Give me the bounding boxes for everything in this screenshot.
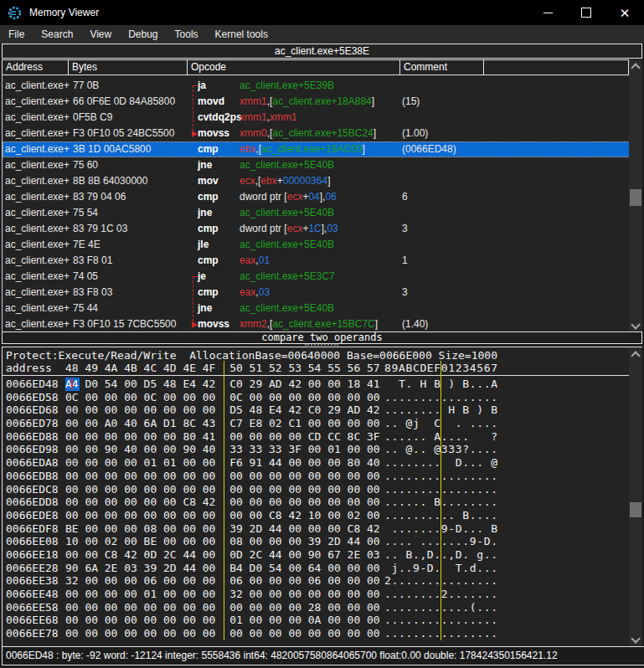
- hex-byte[interactable]: C0: [229, 378, 244, 391]
- hex-byte[interactable]: 00: [203, 403, 217, 417]
- hex-byte[interactable]: 00: [348, 614, 362, 627]
- hex-byte[interactable]: 00: [85, 574, 99, 588]
- hex-byte[interactable]: 00: [203, 456, 217, 470]
- hex-byte[interactable]: 91: [250, 456, 264, 470]
- menu-item-search[interactable]: Search: [33, 25, 81, 44]
- disasm-row[interactable]: ac_client.exe+8B 8B 64030000movecx,[ebx+…: [3, 173, 630, 189]
- disasm-row[interactable]: ac_client.exe+F3 0F10 05 24BC5500movssxm…: [3, 126, 630, 141]
- hex-byte[interactable]: 00: [269, 601, 283, 614]
- hex-byte[interactable]: 00: [203, 535, 217, 548]
- hex-byte[interactable]: 00: [327, 614, 342, 627]
- hex-byte[interactable]: 00: [327, 456, 342, 470]
- hex-byte[interactable]: 90: [308, 548, 322, 562]
- hex-byte[interactable]: AD: [348, 403, 362, 417]
- hex-byte[interactable]: 06: [229, 574, 244, 588]
- hex-byte[interactable]: 48: [163, 378, 178, 391]
- hex-byte[interactable]: 00: [250, 509, 264, 522]
- hex-byte[interactable]: 00: [65, 430, 80, 444]
- hex-byte[interactable]: 00: [105, 470, 119, 483]
- hex-byte[interactable]: 02: [105, 535, 119, 548]
- hex-byte[interactable]: 42: [203, 496, 217, 509]
- hex-byte[interactable]: 90: [65, 562, 80, 575]
- hex-byte[interactable]: 00: [144, 614, 158, 627]
- hex-byte[interactable]: 54: [269, 562, 283, 575]
- hex-byte[interactable]: BE: [144, 535, 158, 548]
- hex-byte[interactable]: D5: [144, 378, 158, 391]
- hex-byte[interactable]: 00: [183, 391, 197, 404]
- hex-byte[interactable]: 00: [163, 601, 178, 614]
- hex-byte[interactable]: 44: [269, 522, 283, 536]
- hex-byte[interactable]: 00: [65, 483, 80, 496]
- hex-byte[interactable]: 00: [250, 601, 264, 614]
- hex-byte[interactable]: 00: [288, 456, 302, 470]
- hex-byte[interactable]: 00: [348, 391, 362, 404]
- hex-byte[interactable]: 00: [269, 470, 283, 483]
- hex-byte[interactable]: 2D: [250, 522, 264, 536]
- hex-byte[interactable]: 00: [203, 548, 217, 562]
- hex-byte[interactable]: 00: [105, 522, 119, 536]
- hex-byte[interactable]: 00: [85, 430, 99, 444]
- hex-byte[interactable]: 80: [348, 456, 362, 470]
- hex-byte[interactable]: 00: [163, 614, 178, 627]
- hex-byte[interactable]: 42: [203, 378, 217, 391]
- hex-byte[interactable]: 00: [203, 470, 217, 483]
- hex-byte[interactable]: 44: [183, 562, 197, 575]
- hex-byte[interactable]: 00: [105, 574, 119, 588]
- hex-byte[interactable]: 00: [308, 391, 322, 404]
- hex-byte[interactable]: 00: [85, 483, 99, 496]
- hex-byte[interactable]: 3F: [367, 430, 381, 444]
- hex-byte[interactable]: 00: [348, 470, 362, 483]
- hex-byte[interactable]: 00: [229, 509, 244, 522]
- hex-byte[interactable]: 0D: [144, 548, 158, 562]
- hex-byte[interactable]: 00: [144, 627, 158, 640]
- scroll-up-icon[interactable]: [631, 63, 640, 72]
- hex-byte[interactable]: 6A: [85, 562, 99, 575]
- close-button[interactable]: ✕: [605, 0, 644, 25]
- hex-byte[interactable]: B4: [229, 562, 244, 575]
- hex-byte[interactable]: 03: [367, 548, 381, 562]
- hex-byte[interactable]: 00: [163, 509, 178, 522]
- hex-byte[interactable]: 00: [65, 470, 80, 483]
- hex-byte[interactable]: 00: [85, 548, 99, 562]
- hex-byte[interactable]: 00: [288, 430, 302, 444]
- hex-byte[interactable]: 00: [144, 470, 158, 483]
- hex-byte[interactable]: 0C: [229, 391, 244, 404]
- hex-byte[interactable]: 00: [367, 483, 381, 496]
- hex-byte[interactable]: 42: [367, 522, 381, 536]
- hex-byte[interactable]: 00: [144, 403, 158, 417]
- hex-byte[interactable]: 01: [163, 456, 178, 470]
- hex-byte[interactable]: 43: [203, 417, 217, 430]
- hex-byte[interactable]: 00: [65, 548, 80, 562]
- hex-byte[interactable]: 18: [348, 378, 362, 391]
- hex-byte[interactable]: C8: [348, 522, 362, 536]
- hex-byte[interactable]: 00: [229, 470, 244, 483]
- hex-byte[interactable]: 00: [183, 403, 197, 417]
- hex-byte[interactable]: 00: [327, 522, 342, 536]
- hex-byte[interactable]: 01: [144, 588, 158, 601]
- hex-byte[interactable]: 00: [105, 601, 119, 614]
- hex-byte[interactable]: 00: [308, 470, 322, 483]
- hex-byte[interactable]: 00: [124, 456, 138, 470]
- hex-byte[interactable]: 00: [250, 535, 264, 548]
- hex-byte[interactable]: 33: [250, 443, 264, 456]
- hex-byte[interactable]: 00: [183, 509, 197, 522]
- hex-byte[interactable]: 00: [124, 522, 138, 536]
- hex-byte[interactable]: 00: [250, 391, 264, 404]
- hex-byte[interactable]: 00: [269, 627, 283, 640]
- hex-byte[interactable]: 00: [288, 470, 302, 483]
- hex-byte[interactable]: 44: [269, 456, 283, 470]
- hex-byte[interactable]: F6: [229, 456, 244, 470]
- hex-byte[interactable]: 00: [203, 627, 217, 640]
- hex-byte[interactable]: 00: [183, 574, 197, 588]
- hex-byte[interactable]: 2E: [105, 562, 119, 575]
- hex-byte[interactable]: 00: [65, 614, 80, 627]
- hex-byte[interactable]: 00: [163, 588, 178, 601]
- hex-byte[interactable]: 2E: [348, 548, 362, 562]
- hex-byte[interactable]: 33: [229, 443, 244, 456]
- hex-byte[interactable]: 39: [144, 562, 158, 575]
- column-header-comment[interactable]: Comment: [399, 59, 483, 75]
- menu-item-debug[interactable]: Debug: [120, 25, 166, 44]
- hex-byte[interactable]: 00: [144, 483, 158, 496]
- hex-byte[interactable]: 00: [250, 470, 264, 483]
- hex-byte[interactable]: 40: [124, 417, 138, 430]
